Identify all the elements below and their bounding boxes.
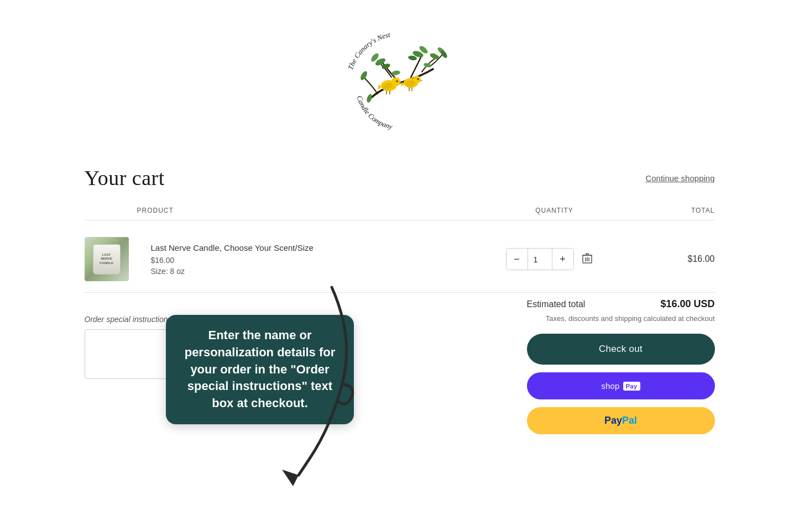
estimated-total-label: Estimated total	[527, 299, 586, 309]
svg-marker-18	[378, 85, 382, 90]
shop-pay-logo: Pay	[623, 382, 640, 391]
trash-icon	[582, 252, 592, 264]
callout-arrow	[265, 282, 387, 492]
quantity-column: − +	[477, 248, 621, 270]
cart-table-header: PRODUCT QUANTITY TOTAL	[85, 207, 715, 220]
quantity-wrapper: − +	[506, 248, 574, 270]
svg-point-24	[417, 78, 419, 80]
cart-items-list: LASTNERVECANDLE Last Nerve Candle, Choos…	[85, 226, 715, 293]
checkout-button[interactable]: Check out	[527, 334, 715, 365]
shop-pay-button[interactable]: shop Pay	[527, 372, 715, 399]
cart-page: Your cart Continue shopping PRODUCT QUAN…	[40, 166, 759, 434]
table-row: LASTNERVECANDLE Last Nerve Candle, Choos…	[85, 226, 715, 293]
svg-point-8	[359, 70, 368, 81]
site-header: The Canary's Nest Candle Company	[0, 0, 799, 166]
quantity-increase-button[interactable]: +	[552, 249, 573, 270]
candle-jar: LASTNERVECANDLE	[93, 244, 121, 275]
order-summary: Estimated total $16.00 USD Taxes, discou…	[505, 298, 715, 434]
col-total-label: TOTAL	[626, 207, 715, 214]
tax-note: Taxes, discounts and shipping calculated…	[527, 314, 715, 323]
estimated-total-amount: $16.00 USD	[660, 298, 714, 310]
paypal-button[interactable]: PayPal	[527, 407, 715, 434]
quantity-input[interactable]	[528, 249, 552, 270]
cart-title: Your cart	[85, 166, 165, 190]
product-image: LASTNERVECANDLE	[85, 237, 129, 281]
product-info: Last Nerve Candle, Choose Your Scent/Siz…	[143, 243, 472, 276]
paypal-logo: PayPal	[604, 415, 637, 426]
col-product-label: PRODUCT	[137, 207, 483, 214]
quantity-decrease-button[interactable]: −	[506, 249, 528, 270]
delete-item-button[interactable]	[582, 252, 592, 266]
item-total: $16.00	[626, 254, 715, 264]
svg-point-16	[396, 81, 398, 82]
svg-text:Candle Company: Candle Company	[355, 94, 393, 130]
svg-marker-23	[420, 80, 423, 81]
cart-header: Your cart Continue shopping	[85, 166, 715, 190]
logo[interactable]: The Canary's Nest Candle Company	[336, 11, 463, 160]
product-name: Last Nerve Candle, Choose Your Scent/Siz…	[151, 243, 472, 252]
product-size: Size: 8 oz	[151, 267, 472, 276]
shop-pay-text: shop	[601, 381, 619, 391]
svg-point-10	[423, 62, 431, 68]
col-product-header	[85, 207, 137, 214]
continue-shopping-link[interactable]: Continue shopping	[645, 173, 714, 183]
col-quantity-label: QUANTITY	[483, 207, 626, 214]
product-price: $16.00	[151, 256, 472, 265]
estimated-total-row: Estimated total $16.00 USD	[527, 298, 715, 310]
